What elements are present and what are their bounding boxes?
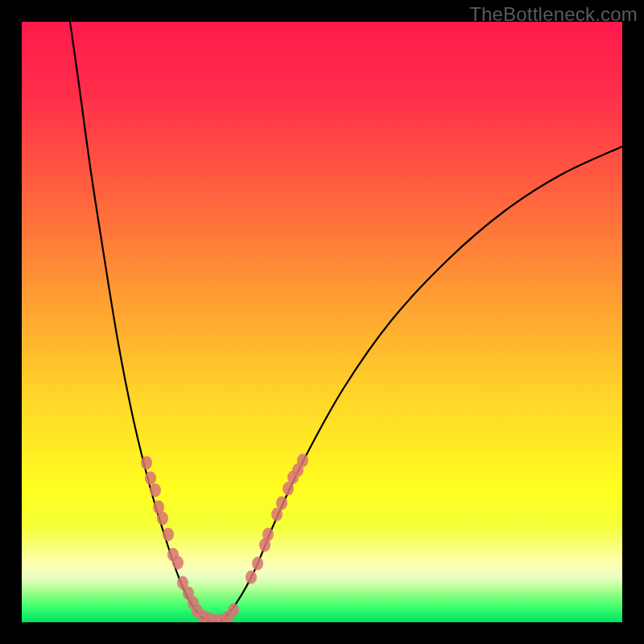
data-marker (150, 484, 161, 497)
data-marker (163, 528, 174, 542)
data-marker (246, 571, 257, 584)
data-marker (252, 557, 263, 571)
data-marker (262, 528, 274, 542)
plot-frame (22, 22, 622, 622)
data-marker (228, 604, 239, 617)
data-marker (141, 456, 152, 470)
data-marker (172, 556, 184, 570)
watermark-text: TheBottleneck.com (469, 3, 638, 26)
curve-left (70, 22, 210, 621)
markers-left (141, 456, 239, 623)
data-marker (145, 472, 156, 485)
data-marker (157, 512, 168, 526)
curve-right (210, 147, 622, 622)
plot-svg (22, 22, 622, 622)
data-marker (276, 497, 287, 510)
markers-right (246, 454, 308, 584)
data-marker (297, 454, 308, 468)
